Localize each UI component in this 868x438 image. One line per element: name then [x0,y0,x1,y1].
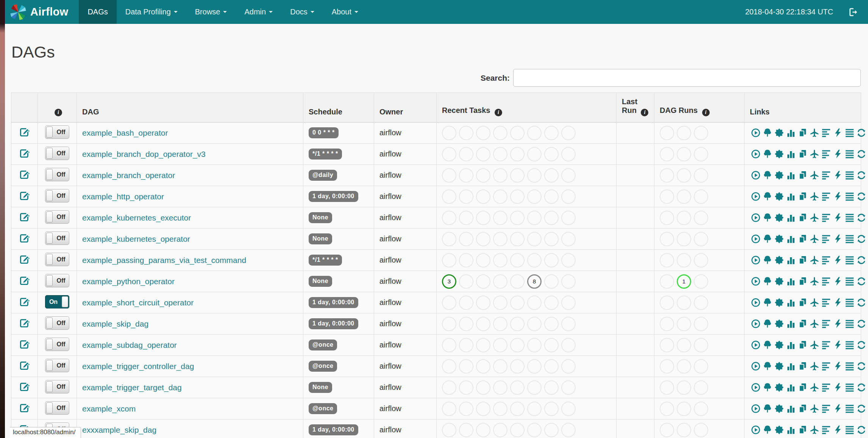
refresh-button[interactable] [857,149,866,159]
gantt-button[interactable] [821,234,831,244]
refresh-button[interactable] [857,361,866,371]
dag-pause-toggle[interactable]: Off [45,274,69,287]
landing-times-button[interactable] [810,192,819,201]
gantt-button[interactable] [821,404,831,413]
code-view-button[interactable] [833,298,843,307]
code-view-button[interactable] [833,128,843,138]
edit-dag-button[interactable] [19,148,30,158]
task-tries-button[interactable] [798,361,807,371]
tasks-duration-button[interactable] [786,149,796,159]
tree-view-button[interactable] [763,298,772,307]
dag-link[interactable]: example_xcom [82,404,136,413]
edit-dag-button[interactable] [19,233,30,243]
task-state-circle[interactable]: 3 [442,274,456,289]
code-view-button[interactable] [833,319,843,328]
logs-button[interactable] [845,192,854,201]
code-view-button[interactable] [833,255,843,265]
tree-view-button[interactable] [763,277,772,286]
nav-item-admin[interactable]: Admin [236,0,281,24]
dag-link[interactable]: example_subdag_operator [82,341,177,349]
code-view-button[interactable] [833,361,843,371]
gantt-button[interactable] [821,425,831,435]
logs-button[interactable] [845,171,854,180]
refresh-button[interactable] [857,213,866,222]
logs-button[interactable] [845,277,854,286]
edit-dag-button[interactable] [19,360,30,371]
tasks-duration-button[interactable] [786,319,796,328]
dag-link[interactable]: example_passing_params_via_test_command [82,256,246,264]
refresh-button[interactable] [857,319,866,328]
trigger-dag-button[interactable] [751,149,760,159]
tasks-duration-button[interactable] [786,361,796,371]
search-input[interactable] [513,69,861,87]
landing-times-button[interactable] [810,277,819,286]
dag-pause-toggle[interactable]: On [45,295,69,308]
edit-dag-button[interactable] [19,339,30,349]
logs-button[interactable] [845,383,854,392]
dag-pause-toggle[interactable]: Off [45,168,69,181]
tasks-duration-button[interactable] [786,213,796,222]
logs-button[interactable] [845,255,854,265]
edit-dag-button[interactable] [19,275,30,286]
logs-button[interactable] [845,213,854,222]
gantt-button[interactable] [821,277,831,286]
tasks-duration-button[interactable] [786,255,796,265]
dag-link[interactable]: example_kubernetes_executor [82,213,191,222]
landing-times-button[interactable] [810,128,819,138]
logs-button[interactable] [845,128,854,138]
dag-pause-toggle[interactable]: Off [45,147,69,160]
refresh-button[interactable] [857,383,866,392]
dag-link[interactable]: example_python_operator [82,277,175,286]
tasks-duration-button[interactable] [786,425,796,435]
tree-view-button[interactable] [763,383,772,392]
tasks-duration-button[interactable] [786,128,796,138]
landing-times-button[interactable] [810,383,819,392]
landing-times-button[interactable] [810,425,819,435]
refresh-button[interactable] [857,340,866,350]
dag-link[interactable]: example_skip_dag [82,319,148,328]
tasks-duration-button[interactable] [786,171,796,180]
graph-view-button[interactable] [774,298,784,307]
trigger-dag-button[interactable] [751,192,760,201]
task-tries-button[interactable] [798,234,807,244]
trigger-dag-button[interactable] [751,255,760,265]
task-state-circle[interactable]: 8 [527,274,542,289]
graph-view-button[interactable] [774,277,784,286]
tree-view-button[interactable] [763,128,772,138]
graph-view-button[interactable] [774,149,784,159]
dag-link[interactable]: example_bash_operator [82,128,168,137]
trigger-dag-button[interactable] [751,128,760,138]
dag-pause-toggle[interactable]: Off [45,359,69,372]
gantt-button[interactable] [821,361,831,371]
task-tries-button[interactable] [798,171,807,180]
gantt-button[interactable] [821,255,831,265]
dag-pause-toggle[interactable]: Off [45,380,69,393]
logs-button[interactable] [845,340,854,350]
dag-link[interactable]: example_short_circuit_operator [82,298,194,307]
dag-link[interactable]: example_trigger_controller_dag [82,362,194,371]
graph-view-button[interactable] [774,192,784,201]
refresh-button[interactable] [857,425,866,435]
tree-view-button[interactable] [763,255,772,265]
graph-view-button[interactable] [774,361,784,371]
code-view-button[interactable] [833,383,843,392]
graph-view-button[interactable] [774,340,784,350]
landing-times-button[interactable] [810,298,819,307]
airflow-brand[interactable]: Airflow [5,0,73,24]
edit-dag-button[interactable] [19,318,30,328]
dag-link[interactable]: example_kubernetes_operator [82,235,190,243]
dag-link[interactable]: exxxample_skip_dag [82,425,156,434]
logs-button[interactable] [845,361,854,371]
tasks-duration-button[interactable] [786,404,796,413]
task-tries-button[interactable] [798,149,807,159]
dag-pause-toggle[interactable]: Off [45,316,69,330]
code-view-button[interactable] [833,149,843,159]
landing-times-button[interactable] [810,213,819,222]
graph-view-button[interactable] [774,383,784,392]
refresh-button[interactable] [857,171,866,180]
code-view-button[interactable] [833,425,843,435]
task-tries-button[interactable] [798,383,807,392]
tree-view-button[interactable] [763,361,772,371]
tasks-duration-button[interactable] [786,234,796,244]
graph-view-button[interactable] [774,171,784,180]
